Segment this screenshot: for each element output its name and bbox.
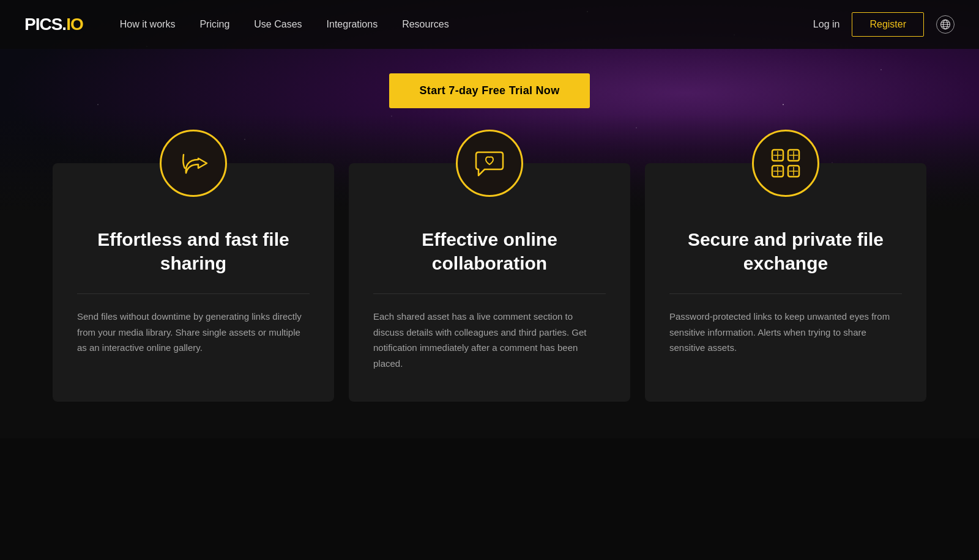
login-link[interactable]: Log in [813, 19, 840, 30]
cards-section: Effortless and fast file sharing Send fi… [0, 114, 979, 438]
card-collaboration-title: Effective online collaboration [373, 227, 606, 275]
card-security-divider [669, 293, 902, 294]
card-security-desc: Password-protected links to keep unwante… [669, 309, 902, 356]
cards-container: Effortless and fast file sharing Send fi… [37, 163, 942, 402]
card-collaboration-divider [373, 293, 606, 294]
cta-area: Start 7-day Free Trial Now [0, 49, 979, 114]
nav-integrations[interactable]: Integrations [327, 19, 378, 30]
card-sharing-desc: Send files without downtime by generatin… [77, 309, 310, 356]
nav-how-it-works[interactable]: How it works [120, 19, 176, 30]
card-collaboration-desc: Each shared asset has a live comment sec… [373, 309, 606, 371]
nav-right: Log in Register [813, 12, 955, 37]
cta-button[interactable]: Start 7-day Free Trial Now [389, 73, 590, 108]
card-security-title: Secure and private file exchange [669, 227, 902, 275]
card-sharing-icon-wrapper [160, 130, 227, 197]
chat-heart-icon [472, 146, 507, 180]
share-icon [176, 146, 210, 180]
card-sharing-title: Effortless and fast file sharing [77, 227, 310, 275]
card-security: Secure and private file exchange Passwor… [645, 163, 926, 402]
card-security-icon-wrapper [752, 130, 819, 197]
nav-use-cases[interactable]: Use Cases [254, 19, 302, 30]
nav-resources[interactable]: Resources [402, 19, 449, 30]
nav-links: How it works Pricing Use Cases Integrati… [120, 19, 813, 30]
card-collaboration-icon-wrapper [456, 130, 523, 197]
card-collaboration: Effective online collaboration Each shar… [349, 163, 630, 402]
register-button[interactable]: Register [852, 12, 924, 37]
nav-pricing[interactable]: Pricing [199, 19, 229, 30]
logo-dot: IO [66, 15, 83, 34]
globe-icon [940, 19, 951, 30]
card-collaboration-icon-circle [456, 130, 523, 197]
logo[interactable]: PICS.IO [24, 15, 83, 34]
card-sharing-icon-circle [160, 130, 227, 197]
card-sharing-divider [77, 293, 310, 294]
navbar: PICS.IO How it works Pricing Use Cases I… [0, 0, 979, 49]
globe-button[interactable] [936, 15, 955, 34]
card-security-icon-circle [752, 130, 819, 197]
card-sharing: Effortless and fast file sharing Send fi… [53, 163, 334, 402]
grid-lock-icon [767, 145, 804, 182]
